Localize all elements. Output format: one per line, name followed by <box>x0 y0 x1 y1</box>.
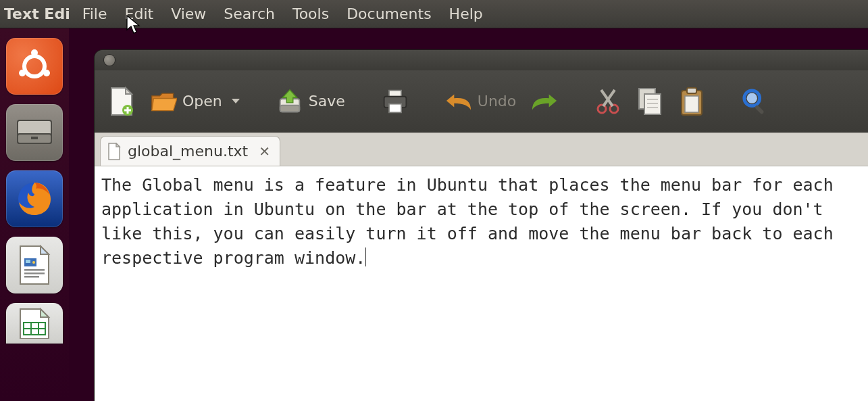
file-icon <box>107 143 121 160</box>
save-button[interactable]: Save <box>272 84 349 119</box>
unity-launcher <box>0 28 69 401</box>
text-caret <box>365 247 366 266</box>
writer-document-icon <box>18 245 51 285</box>
copy-button[interactable] <box>632 84 667 119</box>
file-manager-icon <box>15 116 54 149</box>
new-document-button[interactable] <box>104 84 139 119</box>
tab-filename: global_menu.txt <box>128 143 248 160</box>
editor-toolbar: Open Save <box>95 70 868 133</box>
svg-rect-13 <box>24 276 39 278</box>
menu-file[interactable]: File <box>82 5 107 22</box>
svg-rect-31 <box>644 94 661 114</box>
copy-icon <box>636 87 663 116</box>
svg-rect-36 <box>687 88 696 93</box>
editor-tab-bar: global_menu.txt ✕ <box>95 133 868 166</box>
cut-button[interactable] <box>590 84 626 119</box>
print-button[interactable] <box>378 84 413 119</box>
gedit-window: Open Save <box>95 50 868 401</box>
svg-rect-25 <box>389 103 401 112</box>
paste-button[interactable] <box>674 84 709 119</box>
launcher-libreoffice-calc[interactable] <box>6 303 63 344</box>
redo-button[interactable] <box>527 84 562 119</box>
svg-rect-20 <box>124 109 131 111</box>
svg-rect-40 <box>755 104 765 114</box>
svg-line-28 <box>603 90 615 106</box>
svg-rect-11 <box>24 269 45 271</box>
search-icon <box>742 87 769 116</box>
menu-view[interactable]: View <box>171 5 206 22</box>
global-menu-bar: Text Edi File Edit View Search Tools Doc… <box>0 0 868 28</box>
open-dropdown-icon[interactable] <box>232 99 240 103</box>
launcher-files[interactable] <box>6 104 63 161</box>
svg-rect-22 <box>280 105 299 112</box>
open-label: Open <box>182 93 222 110</box>
ubuntu-logo-icon <box>17 49 52 84</box>
new-document-icon <box>108 87 135 116</box>
svg-rect-12 <box>24 273 45 275</box>
open-button[interactable]: Open <box>146 84 244 119</box>
svg-point-39 <box>747 93 757 103</box>
find-button[interactable] <box>738 84 773 119</box>
undo-button[interactable]: Undo <box>441 84 520 119</box>
menu-help[interactable]: Help <box>449 5 483 22</box>
launcher-ubuntu-dash[interactable] <box>6 38 63 95</box>
menu-documents[interactable]: Documents <box>347 5 431 22</box>
undo-label: Undo <box>478 93 516 110</box>
print-icon <box>382 87 409 116</box>
svg-rect-23 <box>389 90 401 96</box>
firefox-icon <box>14 178 55 220</box>
svg-point-2 <box>19 70 26 76</box>
window-titlebar[interactable] <box>95 50 868 70</box>
scissors-icon <box>594 87 621 116</box>
folder-open-icon <box>150 87 177 116</box>
menu-edit[interactable]: Edit <box>125 5 154 22</box>
editor-text-area[interactable]: The Global menu is a feature in Ubuntu t… <box>95 166 868 401</box>
svg-point-1 <box>31 49 38 56</box>
editor-content: The Global menu is a feature in Ubuntu t… <box>101 175 844 268</box>
save-label: Save <box>309 93 345 110</box>
document-tab[interactable]: global_menu.txt ✕ <box>100 136 280 166</box>
redo-icon <box>531 87 558 116</box>
calc-document-icon <box>18 308 51 339</box>
save-icon <box>276 87 303 116</box>
svg-rect-37 <box>685 96 698 112</box>
launcher-libreoffice-writer[interactable] <box>6 237 63 293</box>
tab-close-button[interactable]: ✕ <box>259 143 270 160</box>
paste-icon <box>678 87 705 116</box>
svg-line-29 <box>601 90 613 106</box>
svg-rect-9 <box>26 260 30 263</box>
svg-rect-6 <box>31 137 38 139</box>
window-close-button[interactable] <box>104 55 115 66</box>
menu-tools[interactable]: Tools <box>292 5 329 22</box>
launcher-firefox[interactable] <box>6 170 63 227</box>
svg-point-0 <box>24 56 45 76</box>
svg-point-10 <box>32 261 35 264</box>
menu-search[interactable]: Search <box>224 5 275 22</box>
undo-icon <box>445 87 472 116</box>
active-app-name: Text Edi <box>4 5 70 22</box>
svg-point-3 <box>43 70 50 76</box>
